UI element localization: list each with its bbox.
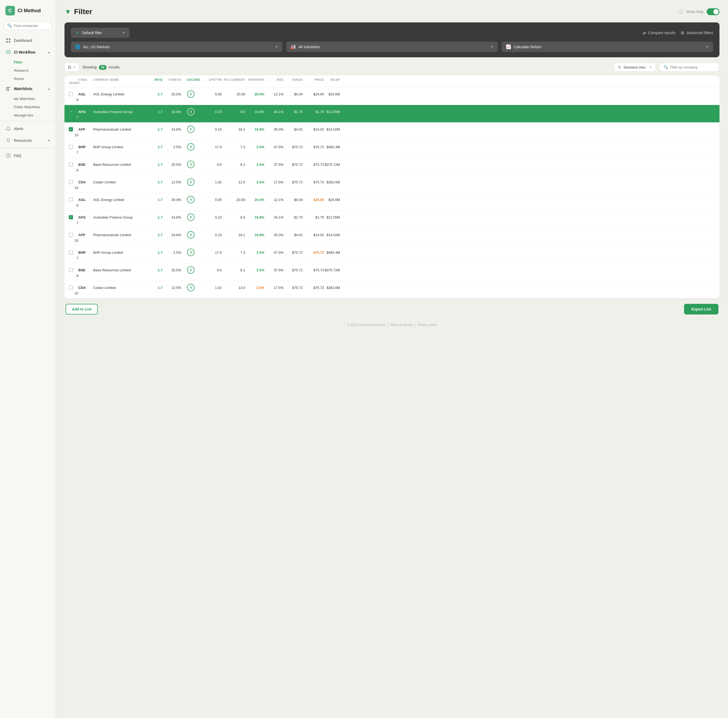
row-checkbox[interactable] [69,145,73,149]
table-row[interactable]: AFG Australian Finance Group 1.7 19.8% 3… [64,105,719,122]
advanced-filters-button[interactable]: ⚙ Advanced filters [681,31,713,35]
row-mcap: $375.72M [324,268,340,272]
table-row[interactable]: BHP BHP Group Limited 1.7 2.5% 3 17.9 7.… [64,246,719,263]
row-pe: 8.0 [222,110,245,114]
table-row[interactable]: BSE Base Resources Limited 1.7 25.5% 3 0… [64,263,719,281]
default-filter-arrow: ▼ [122,31,125,35]
export-list-button[interactable]: Export List [684,304,719,314]
results-view-icon-button[interactable]: ☷ ▼ [64,63,79,72]
industry-dropdown[interactable]: 🏭 All Industries ▼ [286,41,498,52]
table-row[interactable]: AGL AGL Energy Limited 1.7 20.0% 3 0.00 … [64,87,719,105]
row-mcap: $14.02M [324,127,340,132]
row-checkbox-cell [69,197,78,202]
table-row[interactable]: AFG Australian Finance Group 1.7 19.8% 3… [64,211,719,228]
sidebar-item-my-watchlists[interactable]: My Watchlists [14,95,56,103]
table-footer: Add to List Export List [64,299,719,315]
sidebar-item-alerts[interactable]: Alerts [0,123,56,135]
sidebar-item-watchlists[interactable]: Watchlists ▲ [0,83,56,95]
row-checkbox[interactable] [69,268,73,272]
terms-link[interactable]: Terms of service [390,323,413,327]
row-checkbox[interactable] [69,233,73,237]
page-title: Filter [74,8,92,16]
table-row[interactable]: BSE Base Resources Limited 1.7 25.5% 3 0… [64,158,719,175]
row-price: $1.75 [303,110,324,114]
row-price: $75.72 [303,180,324,184]
sidebar-item-manage-lists[interactable]: Manage lists [14,111,56,119]
table-row[interactable]: CDA Codan Limited 1.7 12.5% 3 1.02 12.0 … [64,281,719,299]
row-pe: 18.1 [222,233,245,237]
row-hgrowth: 2.5% [245,251,265,254]
sidebar-item-public-watchlists[interactable]: Public Watchlists [14,103,56,111]
watchlists-expand-icon: ▲ [47,87,50,90]
row-checkbox[interactable] [69,285,73,290]
row-gscore: 3 [181,213,200,221]
row-checkbox[interactable] [69,127,73,132]
sidebar-item-research[interactable]: Research [14,66,56,75]
row-epsttm: 1.02 [200,180,222,184]
row-checkbox[interactable] [69,110,73,114]
calculate-icon: 📈 [506,44,511,49]
row-checkbox-cell [69,285,78,290]
sidebar-item-filter[interactable]: Filter [14,58,56,66]
ci-workflow-submenu: Filter Research Result [0,58,56,83]
add-to-list-button[interactable]: Add to List [66,304,98,314]
row-checkbox[interactable] [69,215,73,219]
row-gscore: 3 [181,108,200,115]
row-roe: 35.0% [265,127,283,132]
search-input[interactable] [14,24,49,28]
row-targd: $1.75 [283,110,303,114]
th-mcap: MCAP [324,78,340,81]
manage-lists-label: Manage lists [14,113,33,117]
sidebar-item-ci-workflow[interactable]: CI Workflow ▲ [0,46,56,58]
alerts-icon [5,126,11,132]
row-checkbox[interactable] [69,180,73,184]
row-name: Base Resources Limited [93,162,147,167]
results-badge: 16 [99,65,107,70]
compare-results-button[interactable]: ⇄ Compare results [642,31,676,35]
row-roe: 47.5% [265,145,283,149]
table-row[interactable]: AGL AGL Energy Limited 1.7 20.0% 3 0.00 … [64,193,719,211]
row-targd: $75.72 [283,268,303,272]
row-checkbox[interactable] [69,92,73,96]
row-checkbox[interactable] [69,197,73,202]
row-myiq: 1.7 [147,127,162,132]
market-dropdown[interactable]: 🌐 AU, US Markets ▼ [71,41,283,52]
row-name: Australian Finance Group [93,110,147,114]
row-hgrowth: 19.8% [245,215,265,219]
show-help-toggle[interactable] [707,8,719,15]
row-mcap: $15.6M [324,198,340,202]
row-targd: $0.04 [283,92,303,96]
row-checkbox[interactable] [69,162,73,167]
table-row[interactable]: AFP Pharmaceuticals Limited 1.7 19.8% 3 … [64,228,719,246]
sidebar-item-result[interactable]: Result [14,75,56,83]
show-help-button[interactable]: Show help [686,9,704,14]
row-price: $24.04 [303,92,324,96]
row-checkbox[interactable] [69,250,73,254]
standard-view-select[interactable]: ⚙ Standard view ▼ [614,63,656,72]
table-row[interactable]: AFP Pharmaceuticals Limited 1.7 19.8% 3 … [64,122,719,140]
row-price: $14.02 [303,127,324,132]
table-row[interactable]: CDA Codan Limited 1.7 12.5% 3 1.02 12.0 … [64,175,719,193]
company-search-box[interactable]: 🔍 [4,21,52,30]
row-code: BSE [78,268,93,272]
row-targd: $4.02 [283,233,303,237]
sidebar-item-faq[interactable]: ? FAQ [0,150,56,162]
table-row[interactable]: BHP BHP Group Limited 1.7 2.5% 3 17.9 7.… [64,140,719,158]
calculate-dropdown[interactable]: 📈 Calculate Return ▼ [502,41,713,52]
faq-icon: ? [5,153,11,159]
gscore-circle: 3 [187,266,194,274]
filter-company-input[interactable] [670,65,715,69]
th-myiq: MyIQ [147,78,162,81]
filter-company-box[interactable]: 🔍 [659,63,719,72]
privacy-link[interactable]: Privacy policy [417,323,437,327]
row-years: 7 [69,256,78,260]
sidebar-item-resources[interactable]: Resources ▼ [0,135,56,146]
row-code: AFP [78,127,93,132]
default-filter-dropdown[interactable]: ▼ Default filter ▼ [71,28,130,38]
row-pe: 8.0 [222,215,245,219]
gscore-circle: 3 [187,108,194,115]
default-filter-label: Default filter [82,31,119,35]
sidebar-item-dashboard[interactable]: Dashboard [0,35,56,46]
row-mcap: $12.55M [324,110,340,114]
row-gscore: 3 [181,178,200,186]
